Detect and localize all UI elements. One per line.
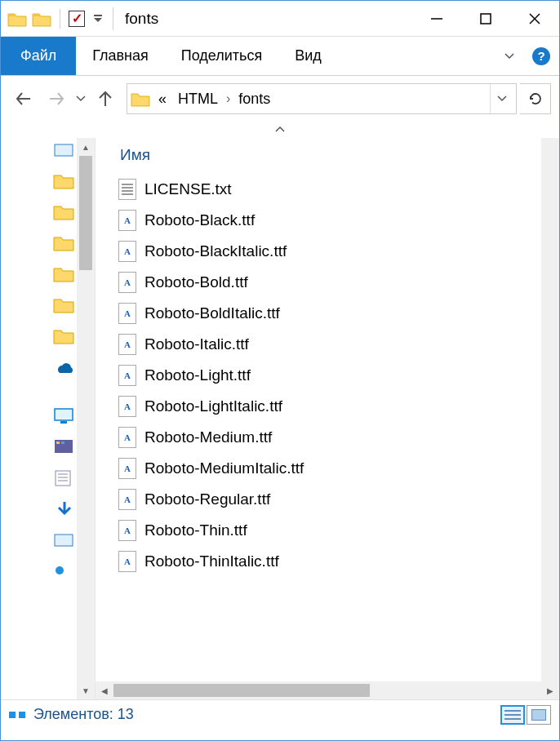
- svg-rect-12: [61, 441, 64, 444]
- horizontal-scrollbar[interactable]: ◀ ▶: [96, 681, 559, 699]
- file-name: Roboto-Italic.ttf: [144, 335, 249, 353]
- nav-item-icon[interactable]: [53, 327, 76, 347]
- file-row[interactable]: ARoboto-Black.ttf: [118, 205, 559, 236]
- font-file-icon: A: [118, 427, 136, 448]
- chevron-right-icon[interactable]: ›: [226, 91, 230, 106]
- font-file-icon: A: [118, 520, 136, 541]
- svg-rect-7: [55, 144, 73, 156]
- nav-item-icon[interactable]: [53, 438, 76, 458]
- status-icons: [9, 712, 25, 718]
- file-list-pane: Имя LICENSE.txtARoboto-Black.ttfARoboto-…: [96, 138, 559, 699]
- nav-item-icon[interactable]: [53, 234, 76, 254]
- navigation-bar: « HTML › fonts: [1, 76, 559, 122]
- properties-button[interactable]: ✓: [69, 11, 85, 27]
- nav-item-icon[interactable]: [53, 203, 76, 223]
- file-name: Roboto-Light.ttf: [144, 366, 251, 384]
- breadcrumb-overflow[interactable]: «: [155, 91, 170, 108]
- file-row[interactable]: ARoboto-LightItalic.ttf: [118, 391, 559, 422]
- file-row[interactable]: ARoboto-Light.ttf: [118, 360, 559, 391]
- file-name: Roboto-Thin.ttf: [144, 521, 247, 539]
- font-file-icon: A: [118, 365, 136, 386]
- scroll-thumb[interactable]: [79, 156, 92, 270]
- minimize-button[interactable]: [412, 1, 461, 36]
- ribbon-file-tab[interactable]: Файл: [1, 37, 76, 75]
- nav-item-icon[interactable]: [53, 562, 76, 582]
- nav-item-icon[interactable]: [53, 469, 76, 489]
- svg-rect-17: [55, 535, 73, 546]
- window-controls: [412, 1, 559, 36]
- view-switcher: [500, 705, 551, 725]
- ribbon-tab-share[interactable]: Поделиться: [165, 37, 278, 75]
- svg-rect-9: [60, 421, 67, 424]
- downloads-icon[interactable]: [53, 500, 76, 520]
- svg-rect-11: [56, 441, 60, 444]
- address-bar[interactable]: « HTML › fonts: [127, 83, 517, 114]
- file-row[interactable]: ARoboto-Medium.ttf: [118, 422, 559, 453]
- file-row[interactable]: ARoboto-BlackItalic.ttf: [118, 236, 559, 267]
- history-dropdown[interactable]: [74, 95, 87, 102]
- file-row[interactable]: LICENSE.txt: [118, 174, 559, 205]
- help-button[interactable]: ?: [523, 37, 559, 75]
- nav-item-icon[interactable]: [53, 296, 76, 316]
- font-file-icon: A: [118, 396, 136, 417]
- svg-rect-13: [56, 471, 70, 486]
- file-name: Roboto-ThinItalic.ttf: [144, 552, 279, 570]
- column-header-name[interactable]: Имя: [96, 138, 559, 171]
- file-row[interactable]: ARoboto-ThinItalic.ttf: [118, 546, 559, 577]
- folder-icon: [131, 91, 150, 107]
- this-pc-icon[interactable]: [53, 407, 76, 427]
- scroll-left-button[interactable]: ◀: [96, 681, 113, 699]
- close-button[interactable]: [510, 1, 559, 36]
- onedrive-icon[interactable]: [53, 358, 76, 378]
- title-bar: ✓ fonts: [1, 1, 559, 37]
- scroll-right-button[interactable]: ▶: [541, 681, 559, 699]
- quick-access-toolbar: ✓: [1, 9, 104, 29]
- nav-item-icon[interactable]: [53, 172, 76, 192]
- back-button[interactable]: [9, 84, 38, 113]
- file-row[interactable]: ARoboto-Italic.ttf: [118, 329, 559, 360]
- file-name: Roboto-MediumItalic.ttf: [144, 459, 304, 477]
- help-icon: ?: [532, 47, 550, 65]
- nav-pane-scrollbar[interactable]: ▲ ▼: [77, 138, 95, 699]
- scroll-up-button[interactable]: ▲: [77, 138, 95, 156]
- content-area: ▲ ▼ Имя LICENSE.txtARoboto-Black.ttfARob…: [1, 138, 559, 699]
- file-row[interactable]: ARoboto-Regular.ttf: [118, 484, 559, 515]
- refresh-button[interactable]: [520, 83, 551, 114]
- nav-item-icon[interactable]: [53, 265, 76, 285]
- font-file-icon: A: [118, 458, 136, 479]
- nav-item-icon[interactable]: [53, 141, 76, 161]
- font-file-icon: A: [118, 303, 136, 324]
- ribbon-tab-home[interactable]: Главная: [76, 37, 165, 75]
- file-row[interactable]: ARoboto-Bold.ttf: [118, 267, 559, 298]
- ribbon-collapse-button[interactable]: [496, 37, 523, 75]
- ribbon: Файл Главная Поделиться Вид ?: [1, 37, 559, 76]
- forward-button[interactable]: [42, 84, 71, 113]
- nav-item-icon[interactable]: [53, 531, 76, 551]
- file-list: LICENSE.txtARoboto-Black.ttfARoboto-Blac…: [96, 171, 559, 577]
- breadcrumb-item[interactable]: fonts: [235, 91, 273, 108]
- maximize-button[interactable]: [461, 1, 510, 36]
- separator: [113, 7, 113, 30]
- open-folder-icon[interactable]: [32, 11, 51, 27]
- ribbon-pin-toggle[interactable]: [1, 122, 559, 138]
- file-row[interactable]: ARoboto-MediumItalic.ttf: [118, 453, 559, 484]
- status-item-count-label: Элементов:: [33, 706, 113, 723]
- vertical-scrollbar[interactable]: [541, 138, 559, 681]
- app-folder-icon: [7, 11, 27, 27]
- file-row[interactable]: ARoboto-BoldItalic.ttf: [118, 298, 559, 329]
- view-details-button[interactable]: [500, 705, 525, 725]
- view-large-icons-button[interactable]: [527, 705, 551, 725]
- file-row[interactable]: ARoboto-Thin.ttf: [118, 515, 559, 546]
- font-file-icon: A: [118, 272, 136, 293]
- qat-customize-dropdown[interactable]: [91, 11, 104, 27]
- file-name: Roboto-Medium.ttf: [144, 428, 272, 446]
- breadcrumb-item[interactable]: HTML: [175, 91, 221, 108]
- font-file-icon: A: [118, 241, 136, 262]
- scroll-thumb[interactable]: [113, 684, 370, 697]
- svg-rect-1: [481, 14, 491, 24]
- scroll-down-button[interactable]: ▼: [77, 681, 95, 699]
- address-dropdown[interactable]: [490, 84, 513, 113]
- up-button[interactable]: [91, 84, 120, 113]
- ribbon-tab-view[interactable]: Вид: [278, 37, 338, 75]
- navigation-pane[interactable]: ▲ ▼: [1, 138, 96, 699]
